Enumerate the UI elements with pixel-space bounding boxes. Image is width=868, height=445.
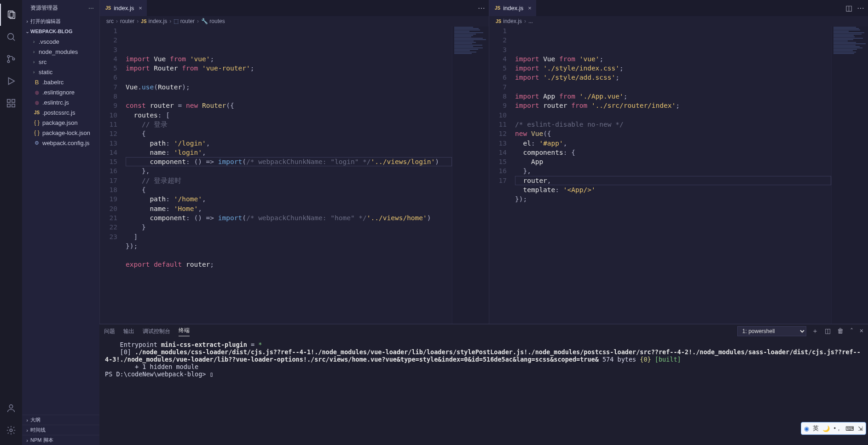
file-tree-item[interactable]: ›.vscode [26,36,99,47]
ime-moon-icon[interactable]: 🌙 [822,425,830,432]
sidebar-title: 资源管理器 [30,4,58,12]
terminal-tabs: 问题 输出 调试控制台 终端 1: powershell ＋ ◫ 🗑 ˄ × [99,324,868,338]
tab-index-js[interactable]: JS index.js × [100,0,147,16]
file-tree-item[interactable]: B.babelrc [26,77,99,87]
close-panel-icon[interactable]: × [860,327,863,335]
main-area: JS index.js × ⋯ src› router› JSindex.js›… [99,0,868,445]
tabs-left: JS index.js × ⋯ [100,0,489,16]
extensions-icon[interactable] [0,92,22,114]
code-editor-right[interactable]: 1 2 3 4 5 6 7 8 9 10 11 12 13 14 15 16 1… [489,26,868,324]
js-file-icon: JS [495,6,500,11]
split-terminal-icon[interactable]: ◫ [825,327,831,335]
breadcrumbs-right[interactable]: JSindex.js› ... [489,16,868,26]
more-tabs-icon[interactable]: ⋯ [857,4,864,12]
timeline-section[interactable]: ›时间线 [22,425,99,435]
more-tabs-icon[interactable]: ⋯ [478,4,485,12]
close-tab-icon[interactable]: × [528,5,532,12]
svg-rect-10 [7,104,10,107]
svg-point-12 [9,405,12,408]
variable-icon: ⬚ [174,18,179,24]
svg-rect-9 [12,100,15,102]
trash-icon[interactable]: 🗑 [837,327,844,335]
explorer-sidebar: 资源管理器 ⋯ ›打开的编辑器 ⌄WEBPACK-BLOG ›.vscode›n… [22,0,99,445]
editor-group-left: JS index.js × ⋯ src› router› JSindex.js›… [99,0,489,324]
ime-toolbar[interactable]: ◉ 英 🌙 •， ⌨ ⇲ [801,422,866,435]
file-tree-item[interactable]: ›node_modules [26,47,99,57]
svg-rect-8 [7,100,10,102]
open-editors-section[interactable]: ›打开的编辑器 [22,16,99,26]
explorer-icon[interactable] [0,4,22,26]
js-file-icon: JS [105,6,111,11]
settings-gear-icon[interactable] [0,419,22,441]
outline-section[interactable]: ›大纲 [22,415,99,425]
tab-index-js[interactable]: JS index.js × [489,0,537,16]
minimap[interactable] [831,26,868,324]
new-terminal-icon[interactable]: ＋ [812,327,818,335]
chevron-up-icon[interactable]: ˄ [850,327,853,335]
more-icon[interactable]: ⋯ [88,5,94,12]
js-file-icon: JS [141,19,146,24]
project-section[interactable]: ⌄WEBPACK-BLOG [22,26,99,36]
sidebar-header: 资源管理器 ⋯ [22,0,99,16]
problems-tab[interactable]: 问题 [104,328,115,335]
file-tree: ›.vscode›node_modules›src›staticB.babelr… [22,36,99,148]
output-tab[interactable]: 输出 [123,328,134,335]
tabs-right: JS index.js × ◫ ⋯ [489,0,868,16]
file-tree-item[interactable]: ◎.eslintignore [26,87,99,97]
symbol-icon: 🔧 [201,18,208,24]
file-tree-item[interactable]: ›src [26,57,99,67]
npm-scripts-section[interactable]: ›NPM 脚本 [22,435,99,445]
editor-group-right: JS index.js × ◫ ⋯ JSindex.js› ... 1 2 3 … [489,0,868,324]
file-tree-item[interactable]: ⚙webpack.config.js [26,138,99,148]
file-tree-item[interactable]: { }package-lock.json [26,128,99,138]
svg-point-13 [10,429,12,432]
ime-punct-icon[interactable]: •， [833,424,842,433]
code-editor-left[interactable]: 1 2 3 4 5 6 7 8 9 10 11 12 13 14 15 16 1… [100,26,489,324]
terminal-panel: 问题 输出 调试控制台 终端 1: powershell ＋ ◫ 🗑 ˄ × E… [99,324,868,445]
minimap[interactable] [452,26,489,324]
svg-point-2 [8,34,14,40]
svg-rect-11 [12,104,15,107]
svg-point-4 [7,55,10,58]
svg-line-3 [13,39,15,41]
file-tree-item[interactable]: ›static [26,67,99,77]
file-tree-item[interactable]: ◎.eslintrc.js [26,97,99,107]
ime-expand-icon[interactable]: ⇲ [858,425,863,432]
terminal-tab[interactable]: 终端 [179,327,190,336]
account-icon[interactable] [0,397,22,419]
debug-console-tab[interactable]: 调试控制台 [143,328,170,335]
svg-marker-7 [9,78,15,85]
breadcrumbs-left[interactable]: src› router› JSindex.js› ⬚ router› 🔧 rou… [100,16,489,26]
svg-point-5 [7,60,10,63]
js-file-icon: JS [496,19,501,24]
terminal-shell-select[interactable]: 1: powershell [737,326,806,336]
ime-keyboard-icon[interactable]: ⌨ [845,425,854,432]
svg-point-6 [12,58,15,60]
split-editor-icon[interactable]: ◫ [845,4,852,12]
file-tree-item[interactable]: JS.postcssrc.js [26,107,99,117]
terminal-body[interactable]: Entrypoint mini-css-extract-plugin = * [… [99,338,868,445]
source-control-icon[interactable] [0,48,22,70]
ime-logo-icon: ◉ [804,425,809,432]
activity-bar [0,0,22,445]
ime-lang[interactable]: 英 [813,424,819,433]
file-tree-item[interactable]: { }package.json [26,117,99,128]
close-tab-icon[interactable]: × [139,5,142,12]
run-debug-icon[interactable] [0,70,22,92]
search-icon[interactable] [0,26,22,48]
